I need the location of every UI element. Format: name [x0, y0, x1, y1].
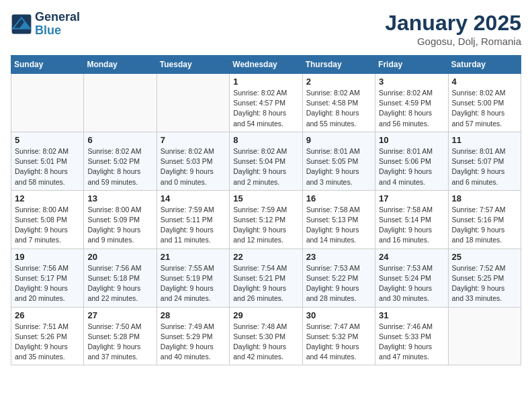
day-number: 6 — [87, 135, 152, 145]
calendar-day-5: 5Sunrise: 8:02 AM Sunset: 5:01 PM Daylig… — [11, 132, 84, 190]
calendar-day-31: 31Sunrise: 7:46 AM Sunset: 5:33 PM Dayli… — [375, 307, 448, 365]
day-header-row: SundayMondayTuesdayWednesdayThursdayFrid… — [11, 56, 521, 74]
day-number: 9 — [306, 135, 371, 145]
calendar-day-21: 21Sunrise: 7:55 AM Sunset: 5:19 PM Dayli… — [157, 248, 229, 307]
day-number: 15 — [233, 193, 298, 203]
day-info: Sunrise: 7:52 AM Sunset: 5:25 PM Dayligh… — [452, 263, 517, 304]
calendar-day-26: 26Sunrise: 7:51 AM Sunset: 5:26 PM Dayli… — [11, 307, 84, 365]
calendar-day-12: 12Sunrise: 8:00 AM Sunset: 5:08 PM Dayli… — [11, 190, 84, 248]
calendar-header: SundayMondayTuesdayWednesdayThursdayFrid… — [11, 56, 521, 74]
page-header: General Blue January 2025 Gogosu, Dolj, … — [11, 11, 521, 47]
day-info: Sunrise: 7:55 AM Sunset: 5:19 PM Dayligh… — [161, 263, 226, 304]
day-number: 22 — [233, 252, 298, 262]
calendar-day-empty — [157, 74, 229, 132]
day-info: Sunrise: 7:54 AM Sunset: 5:21 PM Dayligh… — [233, 263, 298, 304]
day-header-saturday: Saturday — [448, 56, 521, 74]
calendar-day-29: 29Sunrise: 7:48 AM Sunset: 5:30 PM Dayli… — [230, 307, 302, 365]
calendar-day-4: 4Sunrise: 8:02 AM Sunset: 5:00 PM Daylig… — [448, 74, 521, 132]
calendar-subtitle: Gogosu, Dolj, Romania — [385, 36, 521, 47]
day-info: Sunrise: 8:02 AM Sunset: 4:58 PM Dayligh… — [306, 88, 371, 129]
calendar-day-27: 27Sunrise: 7:50 AM Sunset: 5:28 PM Dayli… — [84, 307, 157, 365]
day-number: 29 — [233, 310, 298, 320]
day-header-thursday: Thursday — [302, 56, 375, 74]
day-info: Sunrise: 8:01 AM Sunset: 5:05 PM Dayligh… — [306, 146, 371, 187]
day-number: 3 — [379, 77, 444, 87]
calendar-week-row: 12Sunrise: 8:00 AM Sunset: 5:08 PM Dayli… — [11, 190, 521, 248]
day-info: Sunrise: 7:56 AM Sunset: 5:17 PM Dayligh… — [15, 263, 80, 304]
day-header-wednesday: Wednesday — [230, 56, 302, 74]
day-number: 27 — [87, 310, 152, 320]
calendar-week-row: 5Sunrise: 8:02 AM Sunset: 5:01 PM Daylig… — [11, 132, 521, 190]
day-info: Sunrise: 7:47 AM Sunset: 5:32 PM Dayligh… — [306, 322, 371, 363]
day-number: 28 — [161, 310, 226, 320]
day-number: 19 — [15, 252, 80, 262]
calendar-day-10: 10Sunrise: 8:01 AM Sunset: 5:06 PM Dayli… — [375, 132, 448, 190]
day-info: Sunrise: 8:02 AM Sunset: 5:03 PM Dayligh… — [161, 146, 226, 187]
day-info: Sunrise: 7:58 AM Sunset: 5:13 PM Dayligh… — [306, 205, 371, 246]
calendar-day-25: 25Sunrise: 7:52 AM Sunset: 5:25 PM Dayli… — [448, 248, 521, 307]
calendar-day-15: 15Sunrise: 7:59 AM Sunset: 5:12 PM Dayli… — [230, 190, 302, 248]
day-info: Sunrise: 8:02 AM Sunset: 5:02 PM Dayligh… — [87, 146, 152, 187]
calendar-day-18: 18Sunrise: 7:57 AM Sunset: 5:16 PM Dayli… — [448, 190, 521, 248]
day-info: Sunrise: 7:56 AM Sunset: 5:18 PM Dayligh… — [87, 263, 152, 304]
day-number: 1 — [233, 77, 298, 87]
calendar-day-11: 11Sunrise: 8:01 AM Sunset: 5:07 PM Dayli… — [448, 132, 521, 190]
calendar-week-row: 26Sunrise: 7:51 AM Sunset: 5:26 PM Dayli… — [11, 307, 521, 365]
day-number: 24 — [379, 252, 444, 262]
day-number: 16 — [306, 193, 371, 203]
day-info: Sunrise: 7:48 AM Sunset: 5:30 PM Dayligh… — [233, 322, 298, 363]
calendar-day-empty — [84, 74, 157, 132]
logo: General Blue — [11, 11, 80, 38]
calendar-day-6: 6Sunrise: 8:02 AM Sunset: 5:02 PM Daylig… — [84, 132, 157, 190]
day-number: 4 — [452, 77, 517, 87]
calendar-day-empty — [11, 74, 84, 132]
day-number: 7 — [161, 135, 226, 145]
calendar-day-3: 3Sunrise: 8:02 AM Sunset: 4:59 PM Daylig… — [375, 74, 448, 132]
day-number: 30 — [306, 310, 371, 320]
calendar-day-22: 22Sunrise: 7:54 AM Sunset: 5:21 PM Dayli… — [230, 248, 302, 307]
day-number: 18 — [452, 193, 517, 203]
calendar-title: January 2025 — [385, 11, 521, 36]
calendar-day-7: 7Sunrise: 8:02 AM Sunset: 5:03 PM Daylig… — [157, 132, 229, 190]
day-number: 11 — [452, 135, 517, 145]
calendar-table: SundayMondayTuesdayWednesdayThursdayFrid… — [11, 55, 521, 365]
calendar-day-17: 17Sunrise: 7:58 AM Sunset: 5:14 PM Dayli… — [375, 190, 448, 248]
day-info: Sunrise: 7:50 AM Sunset: 5:28 PM Dayligh… — [87, 322, 152, 363]
day-number: 2 — [306, 77, 371, 87]
day-number: 14 — [161, 193, 226, 203]
day-number: 13 — [87, 193, 152, 203]
calendar-day-1: 1Sunrise: 8:02 AM Sunset: 4:57 PM Daylig… — [230, 74, 302, 132]
day-info: Sunrise: 7:57 AM Sunset: 5:16 PM Dayligh… — [452, 205, 517, 246]
day-number: 12 — [15, 193, 80, 203]
day-header-monday: Monday — [84, 56, 157, 74]
day-number: 31 — [379, 310, 444, 320]
calendar-day-28: 28Sunrise: 7:49 AM Sunset: 5:29 PM Dayli… — [157, 307, 229, 365]
day-info: Sunrise: 8:02 AM Sunset: 5:00 PM Dayligh… — [452, 88, 517, 129]
day-info: Sunrise: 8:02 AM Sunset: 5:01 PM Dayligh… — [15, 146, 80, 187]
day-number: 21 — [161, 252, 226, 262]
calendar-day-30: 30Sunrise: 7:47 AM Sunset: 5:32 PM Dayli… — [302, 307, 375, 365]
day-info: Sunrise: 7:53 AM Sunset: 5:22 PM Dayligh… — [306, 263, 371, 304]
day-info: Sunrise: 7:58 AM Sunset: 5:14 PM Dayligh… — [379, 205, 444, 246]
logo-text: General Blue — [35, 11, 80, 38]
day-info: Sunrise: 7:49 AM Sunset: 5:29 PM Dayligh… — [161, 322, 226, 363]
calendar-day-14: 14Sunrise: 7:59 AM Sunset: 5:11 PM Dayli… — [157, 190, 229, 248]
day-info: Sunrise: 8:00 AM Sunset: 5:08 PM Dayligh… — [15, 205, 80, 246]
calendar-day-8: 8Sunrise: 8:02 AM Sunset: 5:04 PM Daylig… — [230, 132, 302, 190]
calendar-week-row: 19Sunrise: 7:56 AM Sunset: 5:17 PM Dayli… — [11, 248, 521, 307]
day-number: 26 — [15, 310, 80, 320]
logo-icon — [11, 13, 32, 35]
calendar-day-13: 13Sunrise: 8:00 AM Sunset: 5:09 PM Dayli… — [84, 190, 157, 248]
day-number: 17 — [379, 193, 444, 203]
day-info: Sunrise: 7:59 AM Sunset: 5:12 PM Dayligh… — [233, 205, 298, 246]
calendar-week-row: 1Sunrise: 8:02 AM Sunset: 4:57 PM Daylig… — [11, 74, 521, 132]
calendar-day-9: 9Sunrise: 8:01 AM Sunset: 5:05 PM Daylig… — [302, 132, 375, 190]
day-info: Sunrise: 8:01 AM Sunset: 5:06 PM Dayligh… — [379, 146, 444, 187]
day-info: Sunrise: 8:02 AM Sunset: 4:59 PM Dayligh… — [379, 88, 444, 129]
day-number: 5 — [15, 135, 80, 145]
day-info: Sunrise: 7:46 AM Sunset: 5:33 PM Dayligh… — [379, 322, 444, 363]
calendar-day-19: 19Sunrise: 7:56 AM Sunset: 5:17 PM Dayli… — [11, 248, 84, 307]
title-block: January 2025 Gogosu, Dolj, Romania — [385, 11, 521, 47]
day-info: Sunrise: 8:02 AM Sunset: 4:57 PM Dayligh… — [233, 88, 298, 129]
calendar-day-20: 20Sunrise: 7:56 AM Sunset: 5:18 PM Dayli… — [84, 248, 157, 307]
